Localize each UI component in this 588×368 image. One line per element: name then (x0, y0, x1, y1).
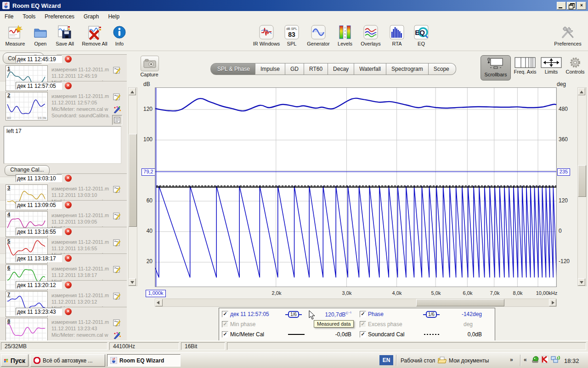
edit-notes-icon[interactable] (113, 292, 121, 300)
menu-preferences[interactable]: Preferences (40, 12, 79, 21)
delete-measurement-button[interactable]: × (65, 201, 72, 208)
notes-toggle-button[interactable] (112, 115, 122, 125)
minimize-button[interactable] (557, 2, 566, 10)
measurement-name-input[interactable] (16, 254, 62, 262)
edit-notes-icon[interactable] (113, 66, 121, 74)
delete-measurement-button[interactable]: × (65, 82, 72, 89)
toolbar-overflow-chevron[interactable]: » (510, 356, 513, 363)
deg-axis-scrollbar[interactable] (577, 87, 587, 286)
tab-spectrogram[interactable]: Spectrogram (386, 63, 429, 75)
scroll-thumb[interactable] (416, 299, 504, 306)
start-button[interactable]: Пуск (1, 354, 28, 367)
scrollbars-toggle-button[interactable]: Scrollbars (481, 55, 511, 80)
scroll-up-arrow[interactable] (129, 88, 136, 95)
excess-phase-checkbox[interactable]: ✓ (360, 321, 366, 328)
menu-tools[interactable]: Tools (18, 12, 40, 21)
limits-button[interactable]: Limits (539, 57, 563, 75)
tab-waterfall[interactable]: Waterfall (354, 63, 386, 75)
spl-meter-button[interactable]: dB SPL 83 SPL (278, 23, 305, 49)
freq-scrollbar[interactable] (155, 299, 557, 307)
my-documents-toolbar[interactable]: Мои документы (449, 357, 489, 364)
tray-network-icon[interactable] (551, 356, 560, 363)
measurement-name-input[interactable] (16, 281, 62, 289)
measurement-name-input[interactable] (16, 228, 62, 236)
close-button[interactable]: × (577, 2, 586, 10)
delete-measurement-button[interactable]: × (65, 175, 72, 182)
spl-phase-plot[interactable] (155, 87, 557, 287)
smoothing-button[interactable]: 1/6 (285, 311, 302, 318)
edit-notes-icon[interactable] (113, 93, 121, 101)
open-button[interactable]: Open (27, 23, 54, 49)
delete-measurement-button[interactable]: × (65, 228, 72, 235)
delete-measurement-button[interactable]: × (65, 255, 72, 262)
measurement-card-2-selected[interactable]: × 2 80 19,9k измерения 11-12-2011.m 11.1… (0, 81, 127, 177)
phase-checkbox[interactable]: ✓ (360, 311, 366, 317)
measurement-name-input[interactable] (16, 55, 62, 63)
menu-help[interactable]: Help (103, 12, 124, 21)
task-opera[interactable]: Всё об автозвуке ... (30, 354, 105, 367)
trace-color-icon[interactable] (113, 106, 121, 114)
tab-decay[interactable]: Decay (328, 63, 354, 75)
tray-collapse-chevron[interactable]: « (524, 356, 527, 363)
delete-measurement-button[interactable]: × (65, 282, 72, 288)
measurement-name-input[interactable] (16, 174, 62, 182)
preferences-button[interactable]: Preferences (554, 23, 582, 49)
tab-rt60[interactable]: RT60 (304, 63, 328, 75)
overlays-button[interactable]: Overlays (357, 23, 384, 49)
restore-button[interactable] (567, 2, 576, 10)
measure-button[interactable]: Measure (1, 23, 29, 49)
trace-color-icon[interactable] (113, 332, 121, 339)
scroll-up-arrow[interactable] (578, 88, 585, 95)
save-all-button[interactable]: Save All (51, 23, 79, 49)
scroll-left-arrow[interactable] (155, 299, 163, 306)
db-axis-scrollbar[interactable] (128, 87, 137, 286)
edit-notes-icon[interactable] (113, 239, 121, 247)
language-indicator[interactable]: EN (379, 355, 393, 365)
delete-measurement-button[interactable]: × (65, 56, 72, 63)
scroll-right-arrow[interactable] (549, 299, 556, 306)
cursor-deg-readout: 235 (557, 168, 570, 176)
controls-label: Controls (564, 69, 586, 75)
measurement-card-8[interactable]: × 8 измерения 11-12-2011.m11.12.2011 13:… (0, 307, 127, 341)
scroll-thumb[interactable] (129, 134, 137, 227)
tray-kaspersky-icon[interactable] (541, 356, 548, 363)
tab-impulse[interactable]: Impulse (255, 63, 285, 75)
delete-measurement-button[interactable]: × (65, 308, 72, 315)
tray-green-utility-icon[interactable] (531, 356, 539, 363)
phase-smoothing-button[interactable]: 1/6 (423, 311, 440, 318)
remove-all-button[interactable]: Remove All (81, 23, 108, 49)
capture-button[interactable] (141, 56, 159, 71)
measurement-notes-input[interactable]: left 17 (4, 126, 121, 164)
scroll-thumb[interactable] (578, 165, 586, 197)
levels-button[interactable]: 0 3 6 9 Levels (331, 23, 359, 49)
trace-checkbox[interactable]: ✓ (222, 311, 228, 317)
freq-axis-button[interactable]: Freq. Axis (512, 57, 538, 75)
ir-windows-button[interactable]: IR Windows (253, 23, 280, 49)
task-room-eq-wizard[interactable]: Room EQ Wizard (107, 354, 181, 367)
measurement-name-input[interactable] (16, 308, 62, 316)
generator-button[interactable]: Generator (305, 23, 332, 49)
measurement-name-input[interactable] (16, 82, 62, 90)
min-phase-checkbox[interactable]: ✓ (222, 321, 228, 328)
edit-notes-icon[interactable] (113, 319, 121, 327)
mic-cal-checkbox[interactable]: ✓ (222, 331, 228, 338)
soundcard-cal-checkbox[interactable]: ✓ (360, 331, 366, 338)
info-button[interactable]: Info (106, 23, 133, 49)
scroll-down-arrow[interactable] (578, 278, 585, 286)
tab-gd[interactable]: GD (285, 63, 304, 75)
edit-notes-icon[interactable] (113, 265, 121, 273)
menu-graph[interactable]: Graph (79, 12, 103, 21)
desktop-toolbar[interactable]: Рабочий стол (401, 357, 435, 364)
tab-spl-phase[interactable]: SPL & Phase (210, 63, 255, 75)
deg-tick-120: 120 (559, 197, 575, 204)
controls-button[interactable]: Controls (564, 57, 586, 75)
measurement-name-input[interactable] (16, 201, 62, 209)
scroll-down-arrow[interactable] (129, 278, 136, 286)
menu-file[interactable]: File (0, 12, 18, 21)
tab-scope[interactable]: Scope (429, 63, 456, 75)
eq-button[interactable]: EQ EQ (407, 23, 435, 49)
rta-button[interactable]: RTA (383, 23, 411, 49)
edit-notes-icon[interactable] (113, 212, 121, 220)
edit-notes-icon[interactable] (113, 185, 121, 193)
preferences-wrench-icon (560, 24, 576, 40)
